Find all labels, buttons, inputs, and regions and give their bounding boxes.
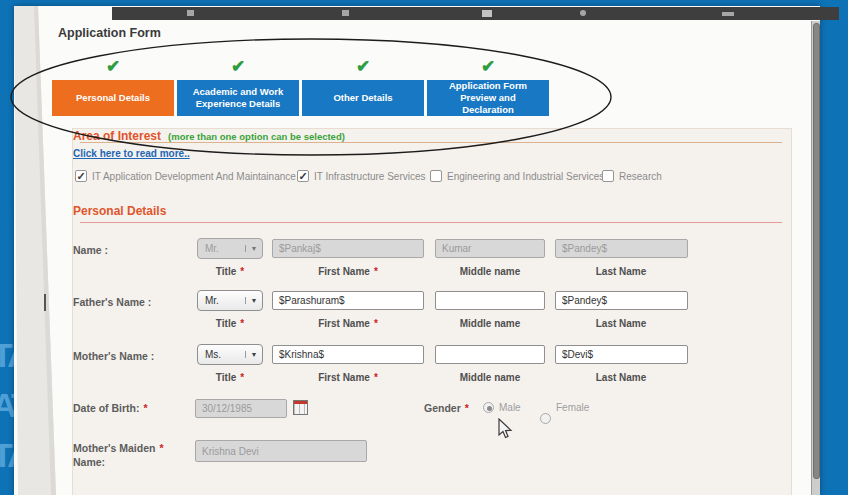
document-page: Application Form ✔ ✔ ✔ ✔ Personal Detail… [14,6,820,495]
toolbar-icon[interactable] [342,10,349,16]
name-middle-input[interactable] [435,239,545,258]
dropdown-arrow-icon: ▼ [245,245,262,252]
mother-title-select[interactable]: Ms. ▼ [197,344,263,365]
gender-male-radio[interactable] [483,402,494,413]
column-label-last: Last Name [596,318,647,329]
mother-first-input[interactable] [272,345,424,364]
tab1-complete-check-icon: ✔ [106,56,120,77]
column-label-title: Title* [216,372,244,383]
area-of-interest-heading: Area of Interest [73,129,161,143]
name-title-select[interactable]: Mr. ▼ [197,238,263,259]
area-of-interest-note: (more than one option can be selected) [168,131,345,142]
calendar-icon[interactable] [293,400,308,415]
fathers-name-label: Father's Name : [73,296,151,308]
dob-input[interactable] [195,399,287,418]
tab-other-details[interactable]: Other Details [302,80,424,116]
toolbar-icon[interactable] [580,10,586,16]
name-label: Name : [73,244,108,256]
gender-male-label: Male [499,402,521,413]
dropdown-arrow-icon: ▼ [245,351,262,358]
toolbar-icon[interactable] [187,10,194,16]
tab4-complete-check-icon: ✔ [481,56,495,77]
column-label-middle: Middle name [460,318,521,329]
gender-female-radio[interactable] [540,413,551,424]
mothers-name-label: Mother's Name : [73,350,154,362]
scrollbar-thumb[interactable] [813,23,820,479]
checkbox-label: IT Infrastructure Services [314,171,426,182]
toolbar-more-icon[interactable] [722,12,734,16]
screen: TAT ATA TAT Application Form ✔ ✔ ✔ ✔ Per… [0,0,848,495]
checkbox-engineering[interactable] [430,170,442,182]
father-title-select[interactable]: Mr. ▼ [197,290,263,311]
column-label-first: First Name* [318,266,378,277]
read-more-link[interactable]: Click here to read more.. [73,148,190,159]
mother-last-input[interactable] [555,345,688,364]
father-middle-input[interactable] [435,291,545,310]
checkbox-it-app-dev[interactable]: ✓ [75,170,87,182]
column-label-first: First Name* [318,372,378,383]
checkbox-it-infrastructure[interactable]: ✓ [297,170,309,182]
father-first-input[interactable] [272,291,424,310]
checkbox-label: Engineering and Industrial Services [447,171,604,182]
dob-label: Date of Birth:* [73,402,148,414]
tab-academic-work[interactable]: Academic and Work Experience Details [177,80,299,116]
column-label-first: First Name* [318,318,378,329]
dropdown-arrow-icon: ▼ [245,297,262,304]
column-label-last: Last Name [596,372,647,383]
tab3-complete-check-icon: ✔ [356,56,370,77]
name-title-value: Mr. [198,243,245,254]
name-last-input[interactable] [555,239,688,258]
tab-preview-declaration[interactable]: Application Form Preview and Declaration [427,80,549,116]
column-label-middle: Middle name [460,372,521,383]
toolbar-icon[interactable] [482,10,492,17]
tab-personal-details[interactable]: Personal Details [52,80,174,116]
column-label-title: Title* [216,266,244,277]
column-label-title: Title* [216,318,244,329]
heading-rule [80,222,782,223]
text-caret-mark [44,294,46,311]
maiden-name-input[interactable] [195,440,367,462]
gender-label: Gender* [424,402,469,414]
checkbox-research[interactable] [602,170,614,182]
checkbox-label: IT Application Development And Maintaina… [92,171,296,182]
father-last-input[interactable] [555,291,688,310]
page-title: Application Form [58,26,161,40]
heading-rule [80,142,782,143]
column-label-middle: Middle name [460,266,521,277]
father-title-value: Mr. [198,295,245,306]
mother-title-value: Ms. [198,349,245,360]
column-label-last: Last Name [596,266,647,277]
name-first-input[interactable] [272,239,424,258]
gender-female-label: Female [556,402,589,413]
video-player-toolbar [112,7,839,20]
form-panel [72,128,792,495]
mother-middle-input[interactable] [435,345,545,364]
personal-details-heading: Personal Details [73,204,166,218]
tab2-complete-check-icon: ✔ [231,56,245,77]
scrollbar[interactable] [811,21,820,495]
checkbox-label: Research [619,171,662,182]
maiden-name-label: Mother's Maiden* Name: [73,441,193,469]
